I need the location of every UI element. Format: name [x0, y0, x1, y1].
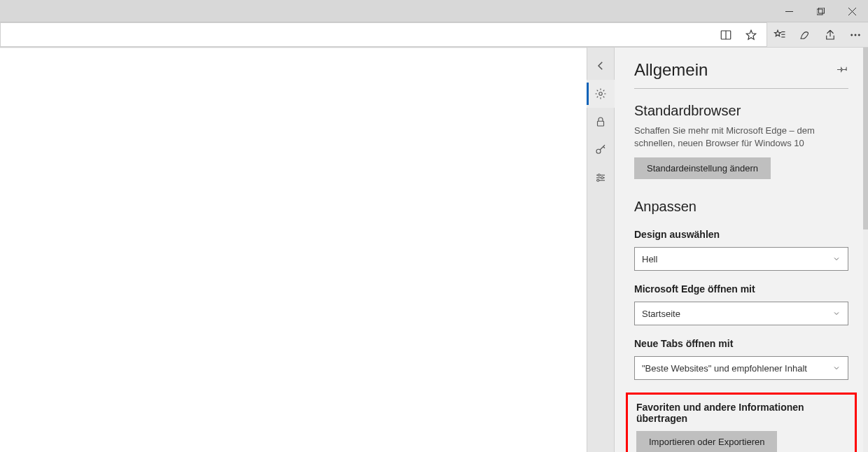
new-tabs-select[interactable]: "Beste Websites" und empfohlener Inhalt — [634, 356, 848, 380]
settings-nav-strip — [587, 48, 615, 452]
panel-header: Allgemein — [634, 60, 848, 89]
chevron-down-icon — [832, 255, 841, 263]
panel-title: Allgemein — [634, 60, 708, 80]
svg-point-23 — [597, 179, 599, 181]
page-content — [0, 48, 587, 452]
default-browser-desc: Schaffen Sie mehr mit Microsoft Edge – d… — [634, 125, 848, 149]
open-with-label: Microsoft Edge öffnen mit — [634, 283, 848, 295]
svg-point-14 — [858, 34, 860, 35]
import-export-button[interactable]: Importieren oder Exportieren — [636, 431, 777, 452]
chevron-down-icon — [832, 364, 841, 372]
field-theme: Design auswählen Hell — [634, 229, 848, 271]
section-customize: Anpassen Design auswählen Hell Microsoft… — [634, 199, 848, 452]
new-tabs-value: "Beste Websites" und empfohlener Inhalt — [642, 363, 807, 374]
settings-scrollbar[interactable] — [863, 48, 868, 452]
svg-point-19 — [598, 174, 600, 176]
passwords-key-icon[interactable] — [587, 136, 615, 164]
svg-marker-8 — [775, 30, 781, 36]
svg-rect-16 — [598, 121, 604, 126]
svg-point-21 — [601, 177, 603, 179]
minimize-button[interactable] — [774, 0, 805, 22]
address-bar[interactable] — [0, 22, 767, 47]
import-highlight-box: Favoriten und andere Informationen übert… — [626, 393, 857, 452]
import-label: Favoriten und andere Informationen übert… — [636, 402, 846, 424]
reading-view-icon[interactable] — [713, 22, 738, 48]
change-default-button[interactable]: Standardeinstellung ändern — [634, 157, 771, 179]
scrollbar-thumb[interactable] — [863, 48, 868, 229]
ink-icon[interactable] — [792, 22, 818, 48]
main-area: Allgemein Standardbrowser Schaffen Sie m… — [0, 48, 868, 452]
svg-point-17 — [596, 149, 601, 153]
favorites-list-icon[interactable] — [767, 22, 792, 48]
share-icon[interactable] — [818, 22, 843, 48]
advanced-sliders-icon[interactable] — [587, 164, 615, 192]
theme-value: Hell — [642, 254, 657, 264]
open-with-select[interactable]: Startseite — [634, 302, 848, 325]
svg-rect-1 — [817, 9, 822, 15]
section-default-browser: Standardbrowser Schaffen Sie mehr mit Mi… — [634, 103, 848, 179]
customize-heading: Anpassen — [634, 199, 848, 215]
privacy-lock-icon[interactable] — [587, 108, 615, 136]
svg-point-12 — [851, 34, 853, 35]
svg-marker-7 — [746, 30, 756, 39]
window-title-bar — [0, 0, 868, 22]
pin-icon[interactable] — [837, 63, 848, 77]
browser-toolbar — [0, 22, 868, 48]
chevron-down-icon — [832, 309, 841, 318]
theme-select[interactable]: Hell — [634, 247, 848, 271]
field-new-tabs: Neue Tabs öffnen mit "Beste Websites" un… — [634, 338, 848, 380]
close-button[interactable] — [836, 0, 868, 22]
svg-point-13 — [855, 34, 856, 35]
svg-point-15 — [599, 92, 603, 96]
more-icon[interactable] — [843, 22, 868, 48]
favorite-star-icon[interactable] — [738, 22, 764, 48]
theme-label: Design auswählen — [634, 229, 848, 240]
new-tabs-label: Neue Tabs öffnen mit — [634, 338, 848, 349]
settings-panel: Allgemein Standardbrowser Schaffen Sie m… — [615, 48, 868, 452]
toolbar-actions — [767, 22, 868, 47]
default-browser-heading: Standardbrowser — [634, 103, 848, 119]
settings-gear-icon[interactable] — [587, 80, 615, 108]
maximize-button[interactable] — [805, 0, 836, 22]
svg-rect-2 — [819, 8, 825, 13]
field-open-with: Microsoft Edge öffnen mit Startseite — [634, 283, 848, 325]
open-with-value: Startseite — [642, 309, 680, 319]
back-icon[interactable] — [587, 52, 615, 80]
